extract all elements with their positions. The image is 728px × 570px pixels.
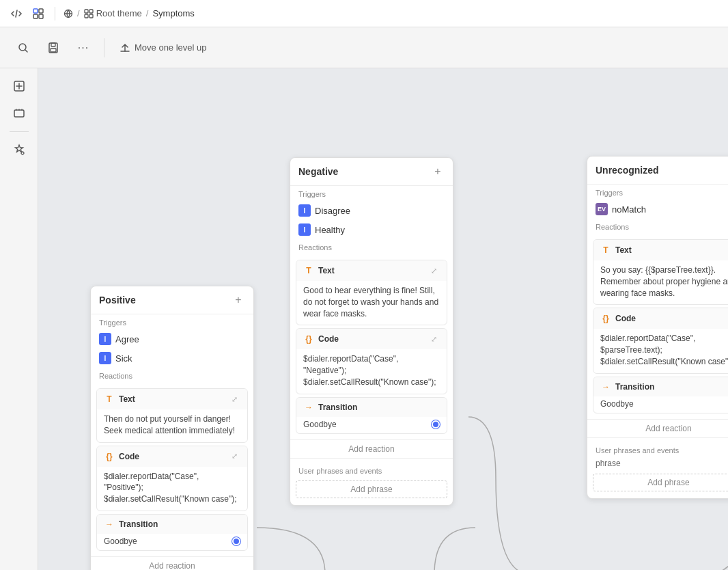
more-button[interactable]: ··· — [71, 36, 96, 60]
negative-code-content: $dialer.reportData("Case", "Negative"); … — [296, 349, 447, 393]
negative-text-content: Good to hear everything is fine! Still, … — [296, 281, 447, 325]
unrecognized-phrases-label: User phrases and events — [587, 442, 728, 457]
move-up-label: Move one level up — [135, 42, 207, 53]
negative-reactions-label: Reactions — [290, 239, 453, 254]
positive-triggers-label: Triggers — [91, 314, 253, 329]
pin-code-btn[interactable]: ⤢ — [228, 450, 240, 463]
left-sidebar — [0, 68, 38, 570]
code-icon[interactable] — [8, 5, 25, 22]
negative-reaction-code: {} Code ⤢ $dialer.reportData("Case", "Ne… — [296, 328, 447, 394]
negative-transition-target: Goodbye — [303, 420, 337, 429]
search-button[interactable] — [11, 36, 36, 60]
unrecognized-code-content: $dialer.reportData("Case", $parseTree.te… — [593, 329, 728, 372]
negative-triggers-label: Triggers — [290, 186, 453, 201]
trigger-icon-nomatch: EV — [596, 203, 608, 215]
unrec-text-type-icon: T — [600, 245, 611, 256]
sidebar-ai-btn[interactable] — [7, 137, 31, 162]
unrecognized-user-phrases: User phrases and events phrase Add phras… — [587, 437, 728, 498]
svg-rect-12 — [51, 49, 56, 52]
save-button[interactable] — [41, 36, 66, 60]
node-unrecognized: Unrecognized + Triggers EV noMatch React… — [587, 156, 728, 499]
node-unrecognized-header: Unrecognized + — [587, 157, 728, 185]
flow-area: Positive + Triggers I Agree I Sick React… — [38, 68, 728, 570]
svg-rect-8 — [89, 14, 93, 18]
positive-transition-row: Goodbye — [97, 534, 247, 550]
unrec-code-type-icon: {} — [600, 313, 611, 324]
breadcrumb-globe[interactable] — [64, 9, 73, 18]
svg-rect-3 — [39, 14, 43, 18]
breadcrumb: / Root theme / Symptoms — [64, 8, 195, 18]
unrec-phrase-text: phrase — [587, 457, 728, 471]
node-positive-add[interactable]: + — [232, 293, 245, 307]
graph-icon[interactable] — [30, 5, 46, 22]
positive-add-reaction[interactable]: Add reaction — [91, 556, 253, 570]
top-nav: / Root theme / Symptoms — [0, 0, 728, 27]
unrecognized-reaction-text: T Text ⤢ So you say: {{$parseTree.text}}… — [593, 239, 728, 305]
move-up-button[interactable]: Move one level up — [113, 38, 214, 57]
positive-trigger-agree[interactable]: I Agree — [91, 329, 253, 349]
breadcrumb-sep1: / — [77, 8, 80, 18]
negative-user-phrases: User phrases and events Add phrase — [290, 458, 453, 505]
node-positive-title: Positive — [99, 295, 136, 306]
negative-trigger-healthy[interactable]: I Healthy — [290, 220, 453, 239]
breadcrumb-root-label: Root theme — [96, 8, 142, 18]
negative-trigger-disagree[interactable]: I Disagree — [290, 201, 453, 220]
svg-rect-2 — [33, 14, 38, 18]
reaction-text-title: Text — [119, 394, 135, 404]
positive-reactions-label: Reactions — [91, 368, 253, 383]
svg-rect-5 — [85, 10, 88, 13]
trigger-icon-agree: I — [99, 333, 111, 345]
breadcrumb-theme[interactable]: Root theme — [84, 8, 142, 18]
unrecognized-triggers-label: Triggers — [587, 185, 728, 200]
unrecognized-trigger-nomatch[interactable]: EV noMatch — [587, 200, 728, 219]
unrecognized-add-phrase[interactable]: Add phrase — [593, 474, 728, 491]
trigger-icon-healthy: I — [298, 223, 311, 236]
text-type-icon: T — [104, 394, 115, 405]
reaction-code-title: Code — [119, 452, 139, 461]
neg-transition-type-icon: → — [303, 402, 314, 413]
negative-reactions: T Text ⤢ Good to hear everything is fine… — [290, 254, 453, 439]
node-unrecognized-title: Unrecognized — [596, 165, 659, 176]
toolbar: ··· Move one level up — [0, 27, 728, 68]
sidebar-layer-btn[interactable] — [7, 101, 31, 126]
positive-reaction-code: {} Code ⤢ $dialer.reportData("Case", "Po… — [96, 446, 248, 511]
unrecognized-transition-row: Goodbye — [593, 396, 728, 413]
node-negative: Negative + Triggers I Disagree I Healthy… — [290, 157, 453, 506]
trigger-icon-disagree: I — [298, 204, 311, 217]
sidebar-divider — [10, 131, 29, 132]
svg-rect-1 — [39, 9, 43, 13]
nav-separator — [55, 7, 55, 21]
negative-transition-row: Goodbye — [296, 417, 447, 433]
unrecognized-add-reaction[interactable]: Add reaction — [587, 419, 728, 437]
unrecognized-reaction-transition: → Transition Goodbye — [593, 377, 728, 413]
pin-text-btn[interactable]: ⤢ — [228, 393, 240, 405]
unrec-pin-text-btn[interactable]: ⤢ — [725, 244, 728, 256]
unrecognized-reaction-code: {} Code ⤢ $dialer.reportData("Case", $pa… — [593, 308, 728, 373]
reaction-transition-title: Transition — [119, 519, 158, 529]
svg-point-15 — [21, 152, 24, 154]
svg-rect-14 — [14, 110, 24, 117]
node-positive-header: Positive + — [91, 286, 253, 314]
svg-rect-7 — [85, 14, 88, 18]
node-negative-add[interactable]: + — [431, 165, 445, 178]
svg-rect-0 — [33, 9, 38, 13]
neg-code-type-icon: {} — [303, 334, 314, 344]
negative-transition-dot — [432, 420, 440, 429]
unrec-transition-type-icon: → — [600, 381, 611, 392]
trigger-icon-sick: I — [99, 352, 111, 364]
negative-reaction-transition: → Transition Goodbye — [296, 397, 447, 434]
negative-add-reaction[interactable]: Add reaction — [290, 439, 453, 458]
node-negative-title: Negative — [298, 166, 338, 177]
positive-reactions: T Text ⤢ Then do not put yourself in dan… — [91, 383, 253, 556]
neg-pin-text-btn[interactable]: ⤢ — [428, 264, 440, 277]
positive-trigger-sick[interactable]: I Sick — [91, 349, 253, 368]
unrec-pin-code-btn[interactable]: ⤢ — [725, 312, 728, 325]
positive-transition-target: Goodbye — [104, 537, 137, 546]
negative-add-phrase[interactable]: Add phrase — [296, 480, 447, 498]
positive-transition-dot — [232, 537, 240, 545]
sidebar-add-btn[interactable] — [7, 74, 31, 98]
neg-pin-code-btn[interactable]: ⤢ — [428, 333, 440, 345]
positive-reaction-text: T Text ⤢ Then do not put yourself in dan… — [96, 388, 248, 443]
negative-phrases-label: User phrases and events — [290, 463, 453, 478]
toolbar-divider — [104, 38, 104, 57]
